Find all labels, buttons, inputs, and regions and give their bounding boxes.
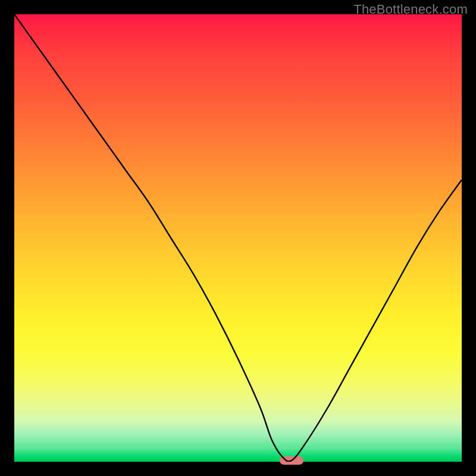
- curve-path: [14, 14, 462, 461]
- plot-area: [14, 14, 462, 462]
- watermark-text: TheBottleneck.com: [353, 2, 468, 17]
- bottleneck-curve: [14, 14, 462, 462]
- chart-frame: TheBottleneck.com: [0, 0, 476, 476]
